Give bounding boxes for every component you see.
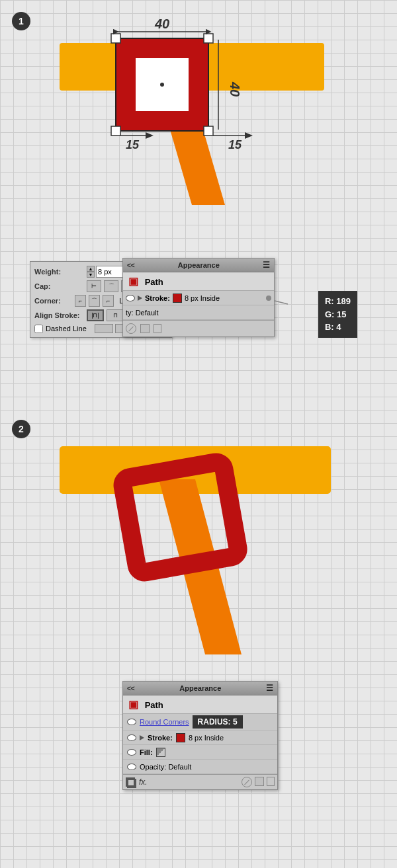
dash-pattern-1[interactable] <box>95 324 113 333</box>
fill-label: Fill: <box>140 748 153 756</box>
stroke-panel-row: Stroke: 8 px Inside <box>123 291 274 305</box>
stroke-label-1: Stroke: <box>145 294 170 302</box>
cap-butt-button[interactable]: ⊢ <box>87 280 101 292</box>
corner-miter-button[interactable]: ⌐ <box>75 295 86 307</box>
delete-icon[interactable] <box>154 324 161 333</box>
fill-gradient-icon[interactable] <box>156 748 165 757</box>
height-label: 40 <box>228 81 242 97</box>
corner-bevel-button[interactable]: ⌐ <box>103 295 114 307</box>
svg-rect-0 <box>128 779 136 787</box>
opacity-label-1: ty: Default <box>126 309 159 317</box>
corner-label: Corner: <box>34 297 72 305</box>
appearance-panel-1: << Appearance ☰ ▣ Path Stroke: 8 px Insi… <box>122 258 275 337</box>
radius-badge: RADIUS: 5 <box>193 715 243 729</box>
panel-titlebar-1: << Appearance ☰ <box>123 258 274 272</box>
panel-footer-1 <box>123 320 274 336</box>
panel-footer-2: fx. <box>123 774 277 789</box>
color-r: R: 189 <box>325 295 351 308</box>
center-dot <box>160 83 164 87</box>
color-b: B: 4 <box>325 321 351 334</box>
right-offset-label: 15 <box>228 138 242 151</box>
color-g: G: 15 <box>325 308 351 321</box>
left-arrow-head <box>146 132 154 139</box>
delete-icon-2[interactable] <box>267 777 275 786</box>
panel-action-icons <box>242 777 275 787</box>
stroke-connector-dot <box>266 296 271 301</box>
stroke-eye-icon[interactable] <box>126 295 135 301</box>
panel-menu-2[interactable]: ☰ <box>266 684 273 693</box>
width-label: 40 <box>154 17 169 31</box>
fill-panel-row: Fill: <box>123 745 277 760</box>
step-badge-1: 1 <box>12 12 30 30</box>
stroke-play-icon[interactable] <box>138 296 142 301</box>
opacity-label-2: Opacity: Default <box>140 763 191 771</box>
panel-collapse-2[interactable]: << <box>127 685 135 692</box>
appearance-panel-2: << Appearance ☰ ▣ Path Round Corners RAD… <box>122 681 278 790</box>
stroke-color-swatch-2[interactable] <box>176 733 185 742</box>
panel-path-row-1: ▣ Path <box>123 272 274 291</box>
spinner-down[interactable]: ▼ <box>87 272 95 278</box>
weight-label: Weight: <box>34 268 84 276</box>
right-arrow-head <box>245 132 253 139</box>
duplicate-icon[interactable] <box>140 324 150 333</box>
left-offset-label: 15 <box>126 138 140 151</box>
opacity-eye-icon[interactable] <box>127 764 136 770</box>
stroke-panel-row-2: Stroke: 8 px Inside <box>123 730 277 745</box>
appearance-panel-section-2: << Appearance ☰ ▣ Path Round Corners RAD… <box>0 674 397 800</box>
handle-bl <box>111 126 120 136</box>
color-tooltip: R: 189 G: 15 B: 4 <box>318 291 357 338</box>
panel-collapse-1[interactable]: << <box>127 262 135 269</box>
diagram-1: 40 40 15 15 <box>0 0 397 251</box>
stroke-label-2: Stroke: <box>148 734 173 742</box>
panel-titlebar-2: << Appearance ☰ <box>123 682 277 695</box>
path-red-square-icon: ▣ <box>128 276 138 287</box>
round-corners-eye-icon[interactable] <box>127 719 136 725</box>
spinner-up[interactable]: ▲ <box>87 266 95 272</box>
panel-menu-1[interactable]: ☰ <box>263 260 270 270</box>
section-1: 1 40 40 15 <box>0 0 397 251</box>
panel-path-row-2: ▣ Path <box>123 695 277 714</box>
handle-br <box>204 126 213 136</box>
dashed-checkbox[interactable] <box>34 325 43 333</box>
panel-title-1: Appearance <box>178 261 220 269</box>
new-item-icon[interactable] <box>126 323 136 334</box>
cap-label: Cap: <box>34 282 84 290</box>
path-label-1: Path <box>145 277 163 287</box>
section-2: 2 <box>0 410 397 674</box>
diagram-2-svg <box>0 410 397 674</box>
stroke-color-swatch[interactable] <box>173 294 182 303</box>
stroke-play-icon-2[interactable] <box>140 735 144 740</box>
fill-eye-icon[interactable] <box>127 749 136 756</box>
dashed-line-label: Dashed Line <box>46 325 87 333</box>
stroke-size-1: 8 px Inside <box>185 294 220 302</box>
align-stroke-label: Align Stroke: <box>34 311 84 319</box>
appearance-panel-section-1: Weight: ▲ ▼ ▼ Cap: ⊢ ⌒ ⊓ Corner: ⌐ ⌒ ⌐ <box>0 251 397 410</box>
round-corners-link[interactable]: Round Corners <box>140 718 189 726</box>
spinner-arrows[interactable]: ▲ ▼ <box>87 266 95 278</box>
cap-round-button[interactable]: ⌒ <box>104 280 118 292</box>
connector-line <box>275 301 288 304</box>
align-inside-button[interactable]: |⊓| <box>87 309 104 321</box>
new-item-icon-2[interactable] <box>242 777 252 787</box>
step-badge-2: 2 <box>12 420 30 438</box>
duplicate-icon-2[interactable] <box>255 777 264 786</box>
handle-tl <box>111 34 120 43</box>
corner-round-button[interactable]: ⌒ <box>89 295 100 307</box>
round-corners-row: Round Corners RADIUS: 5 <box>123 714 277 730</box>
panel-title-2: Appearance <box>179 684 221 692</box>
fx-label[interactable]: fx. <box>139 777 148 787</box>
path-red-square-icon-2: ▣ <box>128 699 138 710</box>
opacity-panel-row: ty: Default <box>123 305 274 320</box>
opacity-panel-row-2: Opacity: Default <box>123 760 277 774</box>
path-label-2: Path <box>145 700 163 710</box>
handle-tr <box>204 34 213 43</box>
stroke-eye-icon-2[interactable] <box>127 734 136 741</box>
footer-square-icon[interactable] <box>126 777 135 787</box>
align-center-button[interactable]: ⊓ <box>107 309 124 321</box>
stroke-size-2: 8 px Inside <box>189 734 224 742</box>
